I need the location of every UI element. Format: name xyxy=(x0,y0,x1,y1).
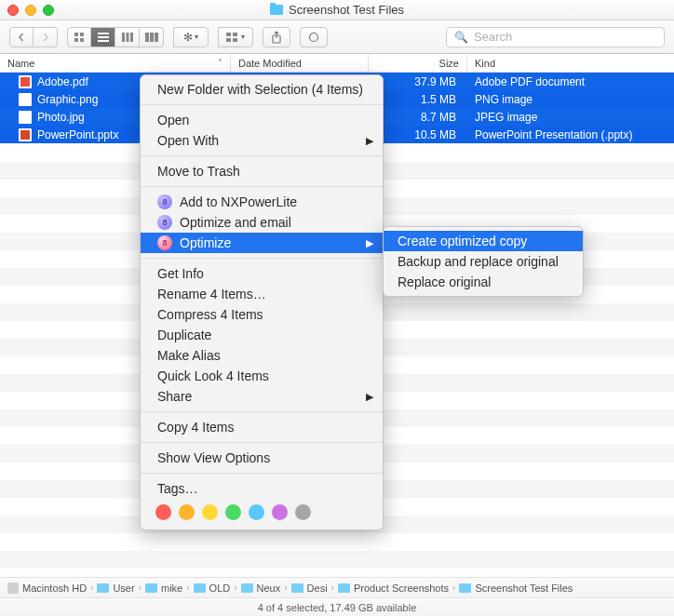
menu-open[interactable]: Open xyxy=(141,110,383,130)
menu-get-info[interactable]: Get Info xyxy=(141,263,383,284)
path-segment[interactable]: Macintosh HD xyxy=(7,583,87,594)
path-segment[interactable]: User xyxy=(97,583,134,594)
submenu-arrow-icon: ▶ xyxy=(366,135,373,147)
path-segment[interactable]: Screenshot Test Files xyxy=(459,583,573,594)
file-icon xyxy=(19,128,32,141)
menu-move-to-trash[interactable]: Move to Trash xyxy=(141,161,383,181)
file-name: Photo.jpg xyxy=(37,111,85,124)
path-bar: Macintosh HD›User›mike›OLD›Neux›Desi›Pro… xyxy=(0,577,674,597)
menu-add-nxpowerlite[interactable]: 8Add to NXPowerLite xyxy=(141,192,383,212)
tag-color-dot[interactable] xyxy=(272,504,288,520)
nxpowerlite-icon: 8 xyxy=(157,235,172,250)
path-label: Macintosh HD xyxy=(22,583,87,594)
folder-icon xyxy=(194,583,206,593)
minimize-window-button[interactable] xyxy=(25,5,36,16)
nxpowerlite-icon: 8 xyxy=(157,215,172,230)
menu-separator xyxy=(141,411,383,412)
window-title: Screenshot Test Files xyxy=(0,3,674,17)
chevron-right-icon: › xyxy=(452,583,455,593)
path-segment[interactable]: Neux xyxy=(241,583,281,594)
menu-optimize-email[interactable]: 8Optimize and email xyxy=(141,212,383,233)
file-kind: PowerPoint Presentation (.pptx) xyxy=(467,128,674,141)
column-name[interactable]: Name˄ xyxy=(0,54,231,72)
menu-tags[interactable]: Tags… xyxy=(141,478,383,499)
path-label: Product Screenshots xyxy=(354,583,449,594)
path-label: OLD xyxy=(209,583,231,594)
tag-color-dot[interactable] xyxy=(179,504,195,520)
tag-colors-row xyxy=(141,499,383,526)
file-icon xyxy=(19,111,32,124)
folder-icon xyxy=(291,583,303,593)
file-name: PowerPoint.pptx xyxy=(37,128,118,141)
status-text: 4 of 4 selected, 17.49 GB available xyxy=(258,602,417,613)
chevron-right-icon: › xyxy=(139,583,142,593)
path-segment[interactable]: Desi xyxy=(291,583,328,594)
column-kind[interactable]: Kind xyxy=(467,54,674,72)
submenu-backup-replace[interactable]: Backup and replace original xyxy=(384,251,583,272)
file-kind: JPEG image xyxy=(467,111,674,124)
svg-rect-14 xyxy=(226,38,231,42)
svg-rect-11 xyxy=(150,33,154,42)
tag-color-dot[interactable] xyxy=(202,504,218,520)
column-size[interactable]: Size xyxy=(369,54,467,72)
menu-compress[interactable]: Compress 4 Items xyxy=(141,304,383,325)
gallery-view-button[interactable] xyxy=(140,27,164,47)
toolbar: ✻ ▾ ▾ 🔍 Search xyxy=(0,20,674,54)
menu-quick-look[interactable]: Quick Look 4 Items xyxy=(141,366,383,386)
path-segment[interactable]: mike xyxy=(145,583,182,594)
arrange-group: ✻ ▾ xyxy=(173,27,209,47)
svg-point-18 xyxy=(310,33,318,41)
search-placeholder: Search xyxy=(474,30,512,44)
column-view-button[interactable] xyxy=(115,27,140,47)
menu-duplicate[interactable]: Duplicate xyxy=(141,325,383,345)
nxpowerlite-icon: 8 xyxy=(157,194,172,209)
menu-optimize[interactable]: 8Optimize▶ xyxy=(141,233,383,253)
svg-rect-13 xyxy=(226,33,231,36)
menu-separator xyxy=(141,186,383,187)
tag-color-dot[interactable] xyxy=(155,504,171,520)
menu-separator xyxy=(141,258,383,259)
share-button[interactable] xyxy=(263,27,290,47)
search-field[interactable]: 🔍 Search xyxy=(446,27,665,47)
menu-copy-items[interactable]: Copy 4 Items xyxy=(141,417,383,437)
path-segment[interactable]: OLD xyxy=(194,583,231,594)
file-kind: Adobe PDF document xyxy=(467,75,674,88)
svg-rect-17 xyxy=(273,35,280,43)
close-window-button[interactable] xyxy=(7,5,19,16)
submenu-create-optimized-copy[interactable]: Create optimized copy xyxy=(384,231,583,251)
window-controls xyxy=(7,5,54,16)
menu-make-alias[interactable]: Make Alias xyxy=(141,345,383,366)
icon-view-button[interactable] xyxy=(67,27,91,47)
folder-icon xyxy=(338,583,350,593)
forward-button[interactable] xyxy=(34,27,58,47)
folder-icon xyxy=(97,583,109,593)
menu-open-with[interactable]: Open With▶ xyxy=(141,130,383,151)
svg-rect-15 xyxy=(233,33,237,36)
list-view-button[interactable] xyxy=(91,27,115,47)
menu-view-options[interactable]: Show View Options xyxy=(141,448,383,468)
column-date-modified[interactable]: Date Modified xyxy=(231,54,369,72)
tag-color-dot[interactable] xyxy=(225,504,241,520)
tag-color-dot[interactable] xyxy=(249,504,264,520)
action-menu-button[interactable]: ✻ ▾ xyxy=(173,27,209,47)
menu-rename[interactable]: Rename 4 Items… xyxy=(141,284,383,304)
tags-button[interactable] xyxy=(300,27,328,47)
back-button[interactable] xyxy=(9,27,34,47)
menu-new-folder[interactable]: New Folder with Selection (4 Items) xyxy=(141,79,383,100)
search-icon: 🔍 xyxy=(454,31,468,44)
context-menu: New Folder with Selection (4 Items) Open… xyxy=(140,74,384,530)
window-title-text: Screenshot Test Files xyxy=(289,3,404,17)
path-segment[interactable]: Product Screenshots xyxy=(338,583,449,594)
tag-color-dot[interactable] xyxy=(295,504,311,520)
menu-share[interactable]: Share▶ xyxy=(141,386,383,407)
chevron-right-icon: › xyxy=(90,583,93,593)
title-bar: Screenshot Test Files xyxy=(0,0,674,20)
svg-rect-5 xyxy=(98,36,109,38)
chevron-right-icon: › xyxy=(234,583,236,593)
menu-separator xyxy=(141,442,383,443)
group-by-button[interactable]: ▾ xyxy=(218,27,253,47)
svg-rect-4 xyxy=(98,33,109,34)
zoom-window-button[interactable] xyxy=(43,5,54,16)
submenu-replace-original[interactable]: Replace original xyxy=(384,272,583,292)
nav-buttons xyxy=(9,27,58,47)
